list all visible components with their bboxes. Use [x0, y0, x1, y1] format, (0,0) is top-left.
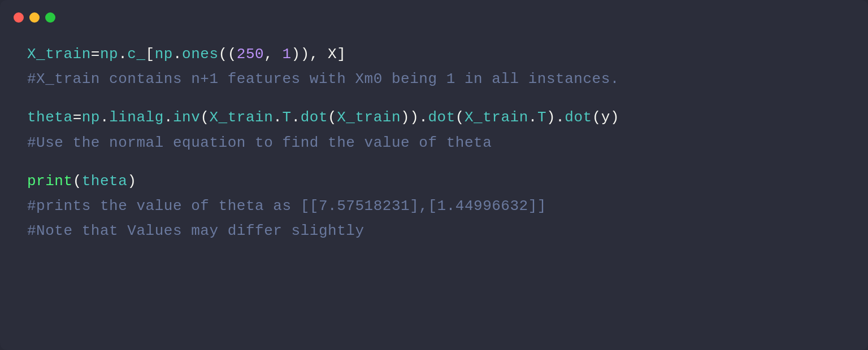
- maximize-button[interactable]: [45, 12, 55, 23]
- minimize-button[interactable]: [29, 12, 40, 23]
- comment-line-7: #prints the value of theta as [[7.575182…: [27, 194, 841, 218]
- code-line-0: X_train=np.c_[np.ones((250, 1)), X]: [27, 42, 841, 67]
- blank-line-2: [27, 91, 841, 105]
- comment-line-8: #Note that Values may differ slightly: [27, 218, 841, 243]
- comment-line-4: #Use the normal equation to find the val…: [27, 130, 841, 155]
- code-editor: X_train=np.c_[np.ones((250, 1)), X]#X_tr…: [0, 30, 868, 255]
- comment-line-1: #X_train contains n+1 features with Xm0 …: [27, 67, 841, 91]
- title-bar: [0, 0, 868, 30]
- code-window: X_train=np.c_[np.ones((250, 1)), X]#X_tr…: [0, 0, 868, 350]
- code-line-3: theta=np.linalg.inv(X_train.T.dot(X_trai…: [27, 105, 841, 130]
- code-line-6: print(theta): [27, 169, 841, 194]
- blank-line-5: [27, 155, 841, 169]
- close-button[interactable]: [14, 12, 24, 23]
